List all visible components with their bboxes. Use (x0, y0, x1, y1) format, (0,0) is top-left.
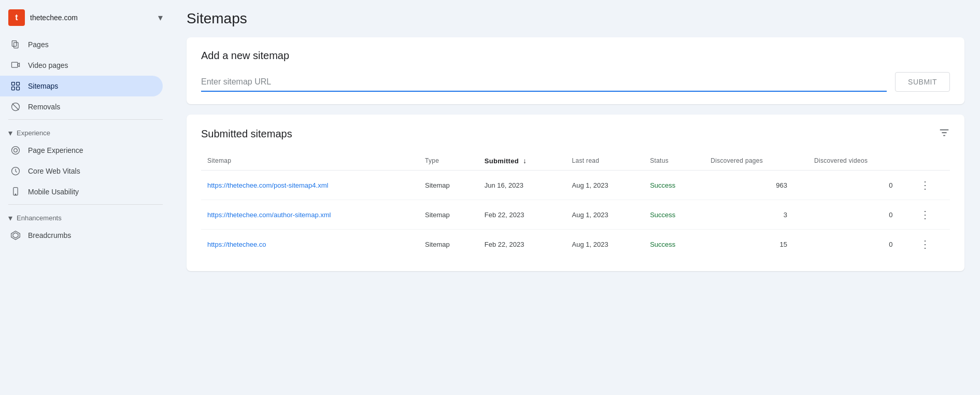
site-selector[interactable]: t thetechee.com ▾ (0, 5, 171, 34)
col-status: Status (644, 151, 704, 171)
cell-discovered-pages: 963 (704, 171, 808, 200)
col-submitted[interactable]: Submitted ↓ (478, 151, 566, 171)
core-web-vitals-icon (10, 166, 21, 176)
col-discovered-videos: Discovered videos (808, 151, 913, 171)
site-name: thetechee.com (30, 13, 153, 22)
cell-sitemap: https://thetechee.co (201, 230, 419, 259)
cell-actions: ⋮ (914, 171, 950, 200)
cell-type: Sitemap (419, 200, 478, 230)
col-actions (914, 151, 950, 171)
sort-arrow-icon: ↓ (523, 157, 527, 165)
sitemap-input-row: SUBMIT (201, 72, 950, 92)
experience-section-label: Experience (17, 129, 50, 137)
sidebar: t thetechee.com ▾ Pages Video pages (0, 0, 171, 395)
mobile-usability-label: Mobile Usability (28, 188, 79, 196)
nav-divider-1 (8, 119, 163, 120)
sitemaps-label: Sitemaps (28, 82, 58, 90)
svg-rect-1 (14, 43, 18, 48)
col-type: Type (419, 151, 478, 171)
add-sitemap-card: Add a new sitemap SUBMIT (187, 37, 964, 104)
sidebar-item-video-pages[interactable]: Video pages (0, 55, 163, 76)
table-row: https://thetechee.co Sitemap Feb 22, 202… (201, 230, 950, 259)
core-web-vitals-label: Core Web Vitals (28, 167, 80, 175)
add-sitemap-title: Add a new sitemap (201, 50, 950, 62)
chevron-down-icon: ▾ (158, 12, 163, 23)
svg-rect-0 (12, 41, 16, 47)
svg-rect-3 (12, 82, 15, 86)
cell-discovered-videos: 0 (808, 200, 913, 230)
main-content: Sitemaps Add a new sitemap SUBMIT Submit… (171, 0, 980, 395)
submitted-sitemaps-card: Submitted sitemaps Sitemap Type Submitte… (187, 115, 964, 271)
cell-last-read: Aug 1, 2023 (566, 230, 644, 259)
more-options-icon[interactable]: ⋮ (920, 238, 930, 250)
sidebar-item-mobile-usability[interactable]: Mobile Usability (0, 181, 163, 202)
sitemaps-table: Sitemap Type Submitted ↓ Last read Statu… (201, 151, 950, 259)
enhancements-chevron-icon: ▾ (8, 213, 12, 223)
removals-icon (10, 102, 21, 112)
table-header-row: Sitemap Type Submitted ↓ Last read Statu… (201, 151, 950, 171)
svg-rect-6 (17, 87, 20, 90)
sidebar-item-page-experience[interactable]: Page Experience (0, 140, 163, 161)
experience-section-header[interactable]: ▾ Experience (0, 122, 171, 140)
video-pages-label: Video pages (28, 61, 68, 69)
col-sitemap: Sitemap (201, 151, 419, 171)
cell-actions: ⋮ (914, 200, 950, 230)
breadcrumbs-label: Breadcrumbs (28, 231, 71, 239)
pages-label: Pages (28, 40, 49, 49)
enhancements-section-header[interactable]: ▾ Enhancements (0, 207, 171, 225)
svg-rect-2 (12, 62, 18, 67)
cell-status: Success (644, 171, 704, 200)
filter-icon[interactable] (939, 127, 950, 141)
svg-point-12 (15, 194, 16, 195)
site-icon: t (8, 9, 25, 26)
cell-discovered-videos: 0 (808, 171, 913, 200)
svg-rect-4 (17, 82, 20, 86)
sidebar-item-removals[interactable]: Removals (0, 96, 163, 117)
page-experience-icon (10, 145, 21, 156)
sidebar-item-core-web-vitals[interactable]: Core Web Vitals (0, 161, 163, 181)
svg-point-9 (14, 149, 18, 152)
cell-actions: ⋮ (914, 230, 950, 259)
cell-last-read: Aug 1, 2023 (566, 171, 644, 200)
svg-marker-14 (13, 233, 18, 238)
cell-status: Success (644, 230, 704, 259)
sitemap-url-input[interactable] (201, 73, 887, 91)
cell-status: Success (644, 200, 704, 230)
cell-type: Sitemap (419, 230, 478, 259)
submit-button[interactable]: SUBMIT (895, 72, 950, 92)
sitemaps-icon (10, 81, 21, 91)
svg-marker-13 (11, 231, 20, 240)
page-experience-label: Page Experience (28, 146, 83, 154)
video-pages-icon (10, 60, 21, 70)
cell-type: Sitemap (419, 171, 478, 200)
removals-label: Removals (28, 103, 60, 111)
mobile-usability-icon (10, 187, 21, 197)
sidebar-item-breadcrumbs[interactable]: Breadcrumbs (0, 225, 163, 246)
sidebar-item-sitemaps[interactable]: Sitemaps (0, 76, 163, 96)
cell-sitemap: https://thetechee.com/post-sitemap4.xml (201, 171, 419, 200)
sidebar-item-pages[interactable]: Pages (0, 34, 163, 55)
cell-discovered-videos: 0 (808, 230, 913, 259)
cell-last-read: Aug 1, 2023 (566, 200, 644, 230)
sitemap-input-wrap (201, 73, 887, 92)
svg-rect-5 (12, 87, 15, 90)
table-row: https://thetechee.com/author-sitemap.xml… (201, 200, 950, 230)
nav-divider-2 (8, 204, 163, 205)
table-card-header: Submitted sitemaps (201, 127, 950, 141)
cell-submitted: Feb 22, 2023 (478, 230, 566, 259)
table-row: https://thetechee.com/post-sitemap4.xml … (201, 171, 950, 200)
more-options-icon[interactable]: ⋮ (920, 209, 930, 220)
cell-submitted: Feb 22, 2023 (478, 200, 566, 230)
pages-icon (10, 39, 21, 50)
col-last-read: Last read (566, 151, 644, 171)
svg-point-8 (12, 147, 20, 154)
col-discovered-pages: Discovered pages (704, 151, 808, 171)
enhancements-section-label: Enhancements (17, 214, 62, 222)
page-title: Sitemaps (187, 10, 964, 27)
more-options-icon[interactable]: ⋮ (920, 179, 930, 191)
experience-chevron-icon: ▾ (8, 128, 12, 138)
cell-discovered-pages: 15 (704, 230, 808, 259)
cell-sitemap: https://thetechee.com/author-sitemap.xml (201, 200, 419, 230)
cell-discovered-pages: 3 (704, 200, 808, 230)
submitted-sitemaps-title: Submitted sitemaps (201, 128, 292, 140)
